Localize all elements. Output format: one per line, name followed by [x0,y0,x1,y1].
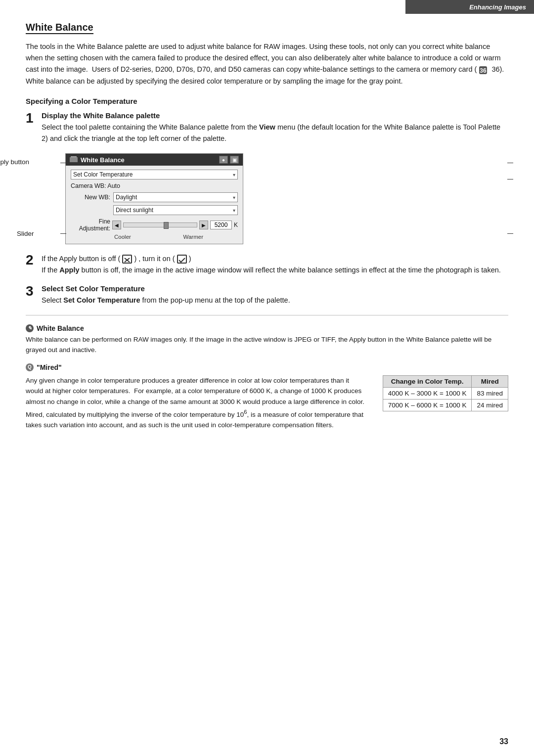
set-color-temp-label: Set Color Temperature [73,171,133,178]
line-color-temp [507,233,513,234]
line-apply [60,163,66,163]
temperature-input[interactable]: 5200 [210,221,232,229]
note-mired-icon: Q [26,363,34,371]
page-number: 33 [499,737,508,746]
icon-check-symbol [177,255,187,264]
direct-sunlight-arrow: ▾ [233,208,235,213]
fine-adjustment-label: FineAdjustment: [71,218,110,232]
daylight-select[interactable]: Daylight ▾ [113,192,238,202]
note-mired-label: "Mired" [37,363,62,371]
daylight-arrow: ▾ [233,195,235,200]
fine-adjustment-row: FineAdjustment: ◀ ▶ 5200 K [71,218,238,232]
mired-table: Change in Color Temp. Mired 4000 K – 300… [383,375,508,411]
mired-row-2: 7000 K – 6000 K = 1000 K 24 mired [383,399,508,411]
step-3-container: 3 Select Set Color Temperature Select Se… [26,284,508,306]
direct-sunlight-select[interactable]: Direct sunlight ▾ [113,205,238,215]
label-slider: Slider [17,230,34,237]
svg-text:36: 36 [480,67,487,74]
step-2-title-line: If the Apply button is off ( ) , turn it… [42,253,508,265]
mired-col-mired: Mired [472,375,508,387]
mired-section: Any given change in color temperature pr… [26,375,508,430]
step-3-desc: Select Set Color Temperature from the po… [42,295,508,306]
note-wb-label: White Balance [37,324,84,332]
slider-thumb[interactable] [164,222,169,229]
step-1-desc: Select the tool palette containing the W… [42,122,508,144]
new-wb-label: New WB: [71,194,110,201]
camera-wb: Camera WB: Auto [71,182,238,189]
note-mired-title: Q "Mired" [26,363,508,371]
line-settings [507,163,513,163]
section-title: White Balance [26,22,93,34]
wb-settings-btn[interactable]: ▣ [230,156,239,164]
step-1-title: Display the White Balance palette [42,111,508,120]
specifying-color-temp-heading: Specifying a Color Temperature [26,97,508,105]
direct-sunlight-value: Direct sunlight [116,207,153,214]
note-white-balance: ✎ White Balance White balance can be per… [26,324,508,356]
mired-row-2-col-1: 7000 K – 6000 K = 1000 K [383,399,472,411]
icon-x-symbol [122,255,132,264]
wb-title: White Balance [81,156,125,164]
mired-row-2-col-2: 24 mired [472,399,508,411]
daylight-value: Daylight [116,194,137,201]
note-wb-title: ✎ White Balance [26,324,508,332]
step-1-number: 1 [26,111,37,125]
wb-palette-diagram: Apply button Slider Settings menu Pop-up… [65,153,508,244]
wb-titlebar: White Balance ● ▣ [66,154,243,166]
divider-1 [26,315,508,315]
mired-row-1: 4000 K – 3000 K = 1000 K 83 mired [383,387,508,399]
fine-adjustment-area: FineAdjustment: ◀ ▶ 5200 K Cooler Warmer [71,218,238,240]
note-wb-text: White balance can be performed on RAW im… [26,334,508,356]
slider-track[interactable] [123,222,197,227]
wb-title-icon [70,156,78,163]
mired-row-1-col-2: 83 mired [472,387,508,399]
step-3-title: Select Set Color Temperature [42,284,508,293]
k-label: K [234,222,238,228]
slider-right-btn[interactable]: ▶ [199,221,208,229]
set-color-temp-arrow: ▾ [233,172,235,178]
set-color-temp-select[interactable]: Set Color Temperature ▾ [71,170,238,179]
note-wb-icon: ✎ [26,324,34,332]
intro-text: The tools in the White Balance palette a… [26,41,508,87]
slider-left-btn[interactable]: ◀ [112,221,121,229]
line-slider [60,233,66,234]
label-apply: Apply button [0,158,29,166]
wb-palette-box: White Balance ● ▣ Set Color Temperature … [65,153,243,244]
mired-table-container: Change in Color Temp. Mired 4000 K – 300… [383,375,508,411]
direct-sunlight-row: Direct sunlight ▾ [71,205,238,215]
mired-row-1-col-1: 4000 K – 3000 K = 1000 K [383,387,472,399]
cooler-label: Cooler [114,234,131,240]
new-wb-row: New WB: Daylight ▾ [71,192,238,202]
banner-text: Enhancing Images [469,3,526,11]
note-mired: Q "Mired" Any given change in color temp… [26,363,508,430]
top-banner: Enhancing Images [405,0,534,14]
step-3-number: 3 [26,284,37,298]
cooler-warmer-labels: Cooler Warmer [71,234,238,240]
warmer-label: Warmer [183,234,203,240]
wb-apply-btn[interactable]: ● [219,156,228,164]
step-2-container: 2 If the Apply button is off ( ) , turn … [26,253,508,276]
step-2-desc: If the Apply button is off, the image in… [42,265,508,276]
mired-text: Any given change in color temperature pr… [26,375,368,430]
svg-rect-3 [71,156,77,157]
step-2-number: 2 [26,253,37,267]
mired-col-change: Change in Color Temp. [383,375,472,387]
step-1-container: 1 Display the White Balance palette Sele… [26,111,508,144]
svg-rect-2 [70,157,78,162]
line-popup [507,179,513,179]
set-color-temp-row: Set Color Temperature ▾ [71,170,238,179]
